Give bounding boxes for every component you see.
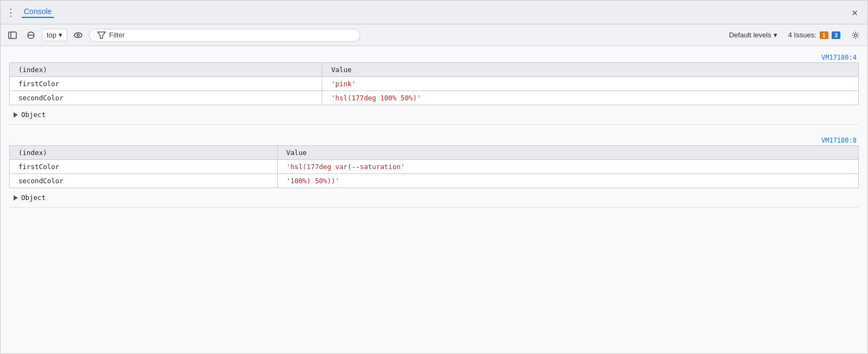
expand-triangle-icon xyxy=(14,112,18,118)
default-levels-dropdown[interactable]: Default levels ▾ xyxy=(726,29,781,41)
table-cell-index: secondColor xyxy=(10,174,278,188)
default-levels-arrow-icon: ▾ xyxy=(774,31,777,39)
table-header-value: Value xyxy=(322,63,859,77)
table-cell-value: 'hsl(177deg 100% 50%)' xyxy=(322,91,859,105)
title-bar: ⋮ Console ✕ xyxy=(1,1,867,24)
vm-link-2[interactable]: VM17180:8 xyxy=(9,136,859,145)
sidebar-icon xyxy=(8,31,17,40)
table-row: secondColor 'hsl(177deg 100% 50%)' xyxy=(10,91,859,105)
svg-rect-0 xyxy=(9,32,16,38)
filter-icon xyxy=(97,31,106,40)
gear-icon xyxy=(851,31,860,40)
vm-link-1[interactable]: VM17180:4 xyxy=(9,53,859,62)
warning-icon: 1 xyxy=(820,31,828,39)
clear-console-button[interactable] xyxy=(23,28,39,43)
close-button[interactable]: ✕ xyxy=(847,4,862,20)
log-entry-1: VM17180:4 (index) Value firstColor 'pink… xyxy=(9,50,859,125)
table-row: secondColor '100%) 50%))' xyxy=(10,174,859,188)
console-table-2: (index) Value firstColor 'hsl(177deg var… xyxy=(9,145,859,188)
console-content: VM17180:4 (index) Value firstColor 'pink… xyxy=(1,46,867,353)
table-header-index: (index) xyxy=(10,63,322,77)
info-icon: 3 xyxy=(832,31,840,39)
object-row-1[interactable]: Object xyxy=(9,107,859,122)
default-levels-label: Default levels xyxy=(729,31,771,39)
table-cell-index: firstColor xyxy=(10,77,322,91)
table-cell-value: 'pink' xyxy=(322,77,859,91)
log-entry-2: VM17180:8 (index) Value firstColor 'hsl(… xyxy=(9,133,859,208)
filter-input[interactable]: Filter xyxy=(89,29,360,42)
table-cell-value: '100%) 50%))' xyxy=(277,174,858,188)
object-label: Object xyxy=(21,111,46,119)
clear-icon xyxy=(27,31,35,40)
filter-label: Filter xyxy=(109,31,125,39)
sidebar-toggle-button[interactable] xyxy=(5,28,20,43)
svg-point-7 xyxy=(854,34,857,36)
issues-badge[interactable]: 4 Issues: 1 3 xyxy=(784,29,845,41)
eye-icon xyxy=(74,31,82,40)
expand-triangle-icon xyxy=(14,195,18,201)
table-cell-index: firstColor xyxy=(10,160,278,174)
context-dropdown[interactable]: top ▾ xyxy=(42,29,67,41)
menu-dots-icon[interactable]: ⋮ xyxy=(6,7,15,18)
table-cell-index: secondColor xyxy=(10,91,322,105)
svg-point-4 xyxy=(74,33,82,37)
table-cell-value: 'hsl(177deg var(--saturation' xyxy=(277,160,858,174)
settings-button[interactable] xyxy=(848,28,863,43)
svg-marker-6 xyxy=(98,32,105,38)
toolbar: top ▾ Filter Default levels ▾ 4 Issues: xyxy=(1,24,867,46)
chevron-down-icon: ▾ xyxy=(59,31,62,39)
object-label: Object xyxy=(21,194,46,202)
console-table-1: (index) Value firstColor 'pink' secondCo… xyxy=(9,62,859,105)
object-row-2[interactable]: Object xyxy=(9,190,859,205)
table-row: firstColor 'hsl(177deg var(--saturation' xyxy=(10,160,859,174)
table-row: firstColor 'pink' xyxy=(10,77,859,91)
table-header-index: (index) xyxy=(10,146,278,160)
live-expressions-button[interactable] xyxy=(71,28,86,43)
issues-label: 4 Issues: xyxy=(788,31,816,39)
devtools-window: ⋮ Console ✕ top ▾ xyxy=(0,0,868,354)
svg-point-5 xyxy=(77,34,79,36)
context-label: top xyxy=(47,31,56,39)
entry-separator xyxy=(9,125,859,133)
console-tab[interactable]: Console xyxy=(22,7,54,18)
table-header-value: Value xyxy=(277,146,858,160)
